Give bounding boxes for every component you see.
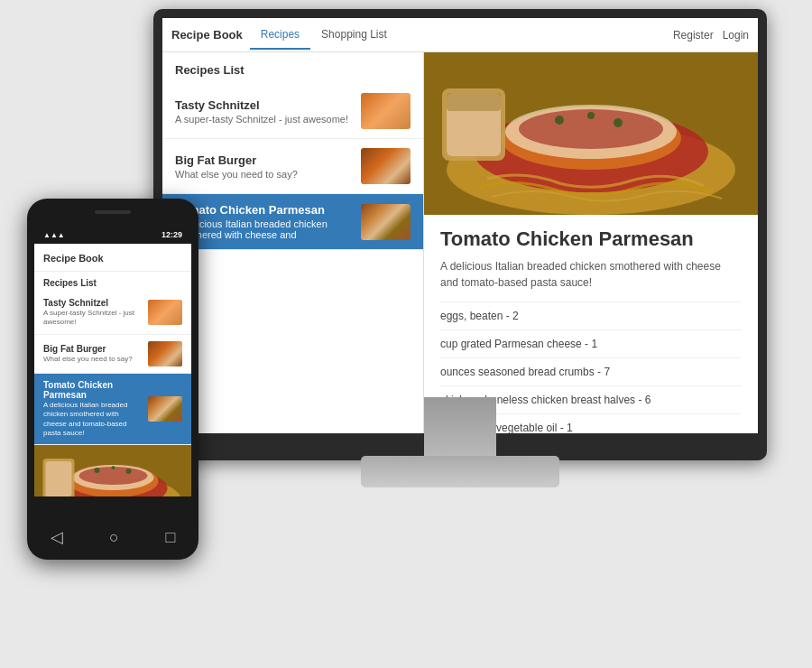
monitor-stand-base [361,456,559,487]
phone-recipe-desc: What else you need to say? [43,355,143,364]
recipe-hero-image [424,52,758,215]
phone-image-area [34,445,191,496]
svg-point-8 [614,118,623,127]
phone-food-svg [34,445,191,496]
phone-list-item[interactable]: Big Fat Burger What else you need to say… [34,335,191,374]
recipes-list-panel: Recipes List Tasty Schnitzel A super-tas… [162,52,424,433]
ingredient-row: ounces seasoned bread crumbs - 7 [440,357,742,385]
phone-app-title: Recipe Book [43,253,104,264]
list-item[interactable]: Tomato Chicken Parmesan A delicious Ital… [162,194,423,250]
phone-recipe-thumb [148,300,182,325]
recipe-thumbnail [361,148,411,184]
recipe-detail-description: A delicious Italian breaded chicken smot… [440,258,742,291]
svg-point-7 [587,112,595,119]
svg-point-20 [126,469,132,474]
monitor-screen: Recipe Book Recipes Shopping List Regist… [162,18,758,433]
svg-rect-22 [46,461,72,496]
recipe-thumbnail [361,204,411,240]
list-item[interactable]: Big Fat Burger What else you need to say… [162,139,423,194]
recipes-list-title: Recipes List [162,52,423,84]
ingredient-row: eggs, beaten - 2 [440,302,742,329]
register-link[interactable]: Register [673,29,714,42]
phone-app-bar: Recipe Book [34,244,191,272]
svg-point-18 [95,468,100,473]
recipe-desc: A super-tasty Schnitzel - just awesome! [175,114,354,125]
brand-label: Recipe Book [171,28,243,42]
list-item[interactable]: Tasty Schnitzel A super-tasty Schnitzel … [162,84,423,139]
phone-recipe-item-text: Tasty Schnitzel A super-tasty Schnitzel … [43,298,143,328]
phone-recipe-item-text: Big Fat Burger What else you need to say… [43,344,143,364]
phone-recipe-desc: A delicious Italian breaded chicken smot… [43,401,143,439]
recipe-item-text: Big Fat Burger What else you need to say… [175,153,354,180]
phone-bezel: ▲▲▲ 12:29 Recipe Book Recipes List Tasty… [27,199,198,560]
recipe-name: Big Fat Burger [175,153,354,167]
monitor-bezel: Recipe Book Recipes Shopping List Regist… [153,9,767,460]
ingredient-row: cup grated Parmesan cheese - 1 [440,329,742,357]
monitor-stand-neck [424,397,496,460]
tab-shopping-list[interactable]: Shopping List [310,21,398,50]
recipe-item-text: Tasty Schnitzel A super-tasty Schnitzel … [175,98,354,125]
phone-recipe-name: Tasty Schnitzel [43,298,143,308]
phone: ▲▲▲ 12:29 Recipe Book Recipes List Tasty… [27,199,198,560]
recipe-name: Tasty Schnitzel [175,98,354,112]
phone-home-button[interactable]: ○ [109,528,119,547]
phone-recipe-name: Tomato Chicken Parmesan [43,380,143,400]
phone-time: 12:29 [161,230,182,239]
login-link[interactable]: Login [723,29,749,42]
phone-bottom-nav: ◁ ○ □ [27,524,198,551]
monitor: Recipe Book Recipes Shopping List Regist… [153,9,767,515]
phone-recipe-item-text: Tomato Chicken Parmesan A delicious Ital… [43,380,143,439]
recipe-detail-panel: Tomato Chicken Parmesan A delicious Ital… [424,52,758,433]
recipe-desc: A delicious Italian breaded chicken smot… [175,218,354,240]
phone-recipe-desc: A super-tasty Schnitzel - just awesome! [43,309,143,328]
svg-point-6 [555,116,564,125]
recipe-detail-title: Tomato Chicken Parmesan [440,227,742,251]
tab-recipes[interactable]: Recipes [250,21,310,50]
food-image-svg [424,52,758,215]
phone-speaker [95,210,131,214]
recipe-desc: What else you need to say? [175,169,354,180]
svg-rect-11 [447,93,501,111]
phone-signal: ▲▲▲ [43,231,65,239]
phone-panel-title: Recipes List [34,272,191,292]
phone-recipe-thumb [148,396,182,422]
svg-point-19 [112,466,115,469]
phone-status-bar: ▲▲▲ 12:29 [34,226,191,244]
recipe-item-text: Tomato Chicken Parmesan A delicious Ital… [175,203,354,240]
desktop-content: Recipes List Tasty Schnitzel A super-tas… [162,52,758,433]
app-navbar: Recipe Book Recipes Shopping List Regist… [162,18,758,52]
phone-recipe-thumb [148,341,182,366]
phone-recents-button[interactable]: □ [165,528,175,547]
phone-recipe-name: Big Fat Burger [43,344,143,354]
recipe-name: Tomato Chicken Parmesan [175,203,354,217]
recipe-thumbnail [361,93,411,129]
phone-list-item[interactable]: Tasty Schnitzel A super-tasty Schnitzel … [34,292,191,335]
phone-list-item[interactable]: Tomato Chicken Parmesan A delicious Ital… [34,374,191,446]
phone-back-button[interactable]: ◁ [51,527,63,547]
phone-screen: ▲▲▲ 12:29 Recipe Book Recipes List Tasty… [34,226,191,496]
